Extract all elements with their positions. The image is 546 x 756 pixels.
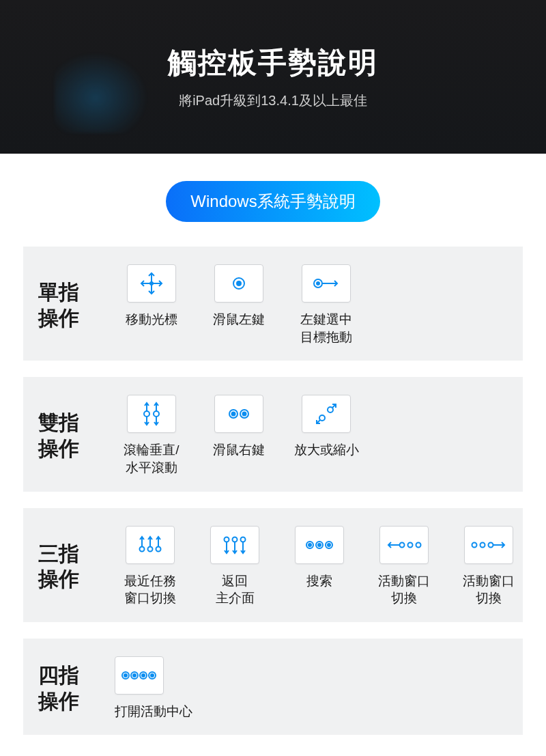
gesture-move-cursor: 移動光標 (115, 264, 188, 328)
page-header: 觸控板手勢說明 將iPad升級到13.4.1及以上最佳 (0, 0, 546, 154)
gesture-home: 返回主介面 (199, 526, 270, 607)
window-switch-left-icon (379, 526, 429, 564)
page-title: 觸控板手勢說明 (168, 44, 378, 82)
gesture-list: 最近任務窗口切換 返回主介面 (115, 526, 524, 607)
svg-point-8 (144, 411, 149, 417)
svg-point-4 (237, 281, 241, 285)
gesture-right-click: 滑鼠右鍵 (202, 395, 276, 459)
section-title: 單指操作 (38, 279, 106, 331)
svg-point-23 (148, 546, 153, 551)
svg-point-17 (243, 412, 246, 416)
right-click-icon (214, 395, 263, 433)
svg-point-15 (232, 412, 235, 416)
section-title: 四指操作 (38, 662, 106, 714)
gesture-label: 活動窗口切換 (378, 572, 430, 607)
gesture-label: 移動光標 (126, 311, 177, 328)
svg-point-6 (317, 282, 319, 285)
section-three-finger: 三指操作 最近任務窗口切換 (23, 508, 523, 622)
recent-tasks-icon (126, 526, 175, 564)
gesture-label: 滑鼠右鍵 (213, 441, 265, 459)
svg-point-19 (328, 407, 333, 412)
section-four-finger: 四指操作 打開活動中心 (23, 639, 523, 736)
svg-point-22 (140, 546, 145, 551)
gesture-label: 打開活動中心 (115, 703, 192, 720)
gesture-drag: 左鍵選中目標拖動 (289, 264, 363, 346)
move-cursor-icon (127, 264, 176, 303)
gesture-left-click: 滑鼠左鍵 (202, 264, 276, 328)
svg-point-37 (318, 544, 321, 546)
home-icon (210, 526, 259, 564)
system-badge: Windows系統手勢說明 (166, 181, 379, 222)
zoom-icon (302, 395, 351, 433)
gesture-label: 活動窗口切換 (463, 572, 515, 607)
svg-point-30 (241, 537, 246, 542)
section-one-finger: 單指操作 移動光標 滑鼠左 (23, 247, 523, 361)
gesture-label: 搜索 (306, 572, 332, 590)
svg-point-40 (400, 542, 405, 547)
gesture-scroll: 滾輪垂直/水平滾動 (115, 395, 188, 476)
svg-point-46 (489, 542, 493, 547)
gesture-search: 搜索 (284, 526, 355, 590)
section-title: 三指操作 (38, 541, 106, 592)
gesture-recent-tasks: 最近任務窗口切換 (115, 526, 186, 607)
gesture-list: 打開活動中心 (115, 656, 511, 720)
svg-point-28 (225, 537, 229, 542)
gesture-label: 放大或縮小 (294, 441, 359, 459)
drag-icon (302, 264, 351, 303)
gesture-label: 滑鼠左鍵 (213, 311, 265, 328)
gesture-window-switch-left: 活動窗口切換 (369, 526, 440, 607)
badge-container: Windows系統手勢說明 (0, 181, 546, 222)
svg-point-18 (319, 415, 325, 421)
svg-point-2 (150, 282, 153, 285)
svg-point-49 (124, 674, 127, 677)
svg-point-39 (328, 544, 330, 546)
svg-point-24 (156, 546, 161, 551)
content: 單指操作 移動光標 滑鼠左 (0, 247, 546, 735)
gesture-label: 滾輪垂直/水平滾動 (124, 441, 179, 476)
scroll-icon (127, 395, 176, 433)
svg-point-53 (142, 674, 145, 677)
section-title: 雙指操作 (38, 410, 106, 461)
section-two-finger: 雙指操作 滾輪垂直/水平滾動 (23, 377, 523, 491)
gesture-label: 返回主介面 (216, 572, 255, 607)
gesture-window-switch-right: 活動窗口切換 (453, 526, 524, 607)
svg-point-41 (408, 542, 413, 547)
gesture-list: 滾輪垂直/水平滾動 滑鼠右鍵 (115, 395, 511, 476)
svg-point-55 (151, 674, 154, 677)
svg-point-9 (154, 411, 159, 417)
svg-point-51 (133, 674, 136, 677)
gesture-zoom: 放大或縮小 (289, 395, 363, 459)
gesture-action-center: 打開活動中心 (115, 656, 192, 720)
svg-point-35 (308, 544, 311, 546)
window-switch-right-icon (464, 526, 513, 564)
svg-point-42 (416, 542, 421, 547)
left-click-icon (214, 264, 263, 303)
svg-point-45 (480, 542, 485, 547)
gesture-label: 左鍵選中目標拖動 (300, 311, 352, 346)
gesture-list: 移動光標 滑鼠左鍵 左鍵選中目標拖動 (115, 264, 511, 346)
svg-point-29 (233, 537, 238, 542)
action-center-icon (115, 656, 164, 695)
gesture-label: 最近任務窗口切換 (124, 572, 176, 607)
search-icon (295, 526, 344, 564)
svg-point-44 (472, 542, 477, 547)
page-subtitle: 將iPad升級到13.4.1及以上最佳 (179, 92, 367, 110)
